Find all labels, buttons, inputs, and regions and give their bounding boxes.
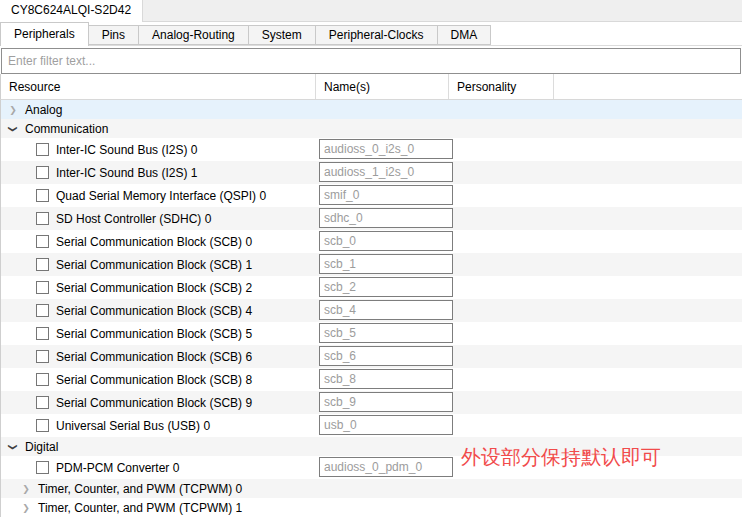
tree-leaf-row[interactable]: Serial Communication Block (SCB) 0: [1, 230, 742, 253]
tree-leaf-row[interactable]: Serial Communication Block (SCB) 4: [1, 299, 742, 322]
resource-name-input[interactable]: [319, 415, 453, 435]
tab-peripheral-clocks[interactable]: Peripheral-Clocks: [315, 25, 438, 45]
resource-name-input[interactable]: [319, 254, 453, 274]
tree-leaf-row[interactable]: Inter-IC Sound Bus (I2S) 1: [1, 161, 742, 184]
tab-dma[interactable]: DMA: [437, 25, 492, 45]
resource-checkbox[interactable]: [36, 281, 49, 294]
tab-system[interactable]: System: [248, 25, 316, 45]
resource-label: Inter-IC Sound Bus (I2S) 0: [56, 143, 197, 157]
resource-checkbox[interactable]: [36, 212, 49, 225]
resource-name-input[interactable]: [319, 323, 453, 343]
resource-checkbox[interactable]: [36, 189, 49, 202]
resource-name-input[interactable]: [319, 346, 453, 366]
document-tab[interactable]: CY8C624ALQI-S2D42: [0, 0, 143, 22]
tab-pins[interactable]: Pins: [88, 25, 139, 45]
resource-group-label: Digital: [25, 440, 58, 454]
resource-name-input[interactable]: [319, 300, 453, 320]
tree-leaf-row[interactable]: Serial Communication Block (SCB) 8: [1, 368, 742, 391]
chevron-collapsed-icon[interactable]: ❯: [7, 105, 19, 115]
resource-label: Serial Communication Block (SCB) 1: [56, 258, 252, 272]
resource-checkbox[interactable]: [36, 461, 49, 474]
column-header-names[interactable]: Name(s): [316, 74, 449, 99]
chevron-expanded-icon[interactable]: ❯: [8, 123, 18, 135]
resource-checkbox[interactable]: [36, 235, 49, 248]
resource-group-label: Timer, Counter, and PWM (TCPWM) 1: [38, 501, 242, 515]
resource-name-input[interactable]: [319, 185, 453, 205]
resource-label: Serial Communication Block (SCB) 9: [56, 396, 252, 410]
column-header-filler: [554, 74, 742, 99]
tree-leaf-row[interactable]: SD Host Controller (SDHC) 0: [1, 207, 742, 230]
view-tabs: PeripheralsPinsAnalog-RoutingSystemPerip…: [0, 22, 742, 46]
resource-label: Serial Communication Block (SCB) 5: [56, 327, 252, 341]
chevron-expanded-icon[interactable]: ❯: [8, 441, 18, 453]
resource-label: PDM-PCM Converter 0: [56, 461, 179, 475]
resource-label: Serial Communication Block (SCB) 6: [56, 350, 252, 364]
resource-checkbox[interactable]: [36, 373, 49, 386]
tree-leaf-row[interactable]: Serial Communication Block (SCB) 5: [1, 322, 742, 345]
tree-leaf-row[interactable]: Serial Communication Block (SCB) 2: [1, 276, 742, 299]
resource-label: Serial Communication Block (SCB) 4: [56, 304, 252, 318]
document-tab-bar: CY8C624ALQI-S2D42: [0, 0, 742, 22]
resource-group-label: Analog: [25, 103, 62, 117]
resource-checkbox[interactable]: [36, 258, 49, 271]
resource-label: Serial Communication Block (SCB) 8: [56, 373, 252, 387]
resource-name-input[interactable]: [319, 392, 453, 412]
resource-name-input[interactable]: [319, 369, 453, 389]
chevron-collapsed-icon[interactable]: ❯: [20, 503, 32, 513]
resource-name-input[interactable]: [319, 231, 453, 251]
tree-leaf-row[interactable]: Serial Communication Block (SCB) 1: [1, 253, 742, 276]
filter-input[interactable]: [1, 48, 741, 74]
filter-bar: [0, 46, 742, 74]
resource-checkbox[interactable]: [36, 350, 49, 363]
tab-analog-routing[interactable]: Analog-Routing: [138, 25, 249, 45]
resource-name-input[interactable]: [319, 139, 453, 159]
resource-label: Quad Serial Memory Interface (QSPI) 0: [56, 189, 266, 203]
resource-group-label: Communication: [25, 122, 108, 136]
resource-checkbox[interactable]: [36, 419, 49, 432]
resource-checkbox[interactable]: [36, 327, 49, 340]
resource-checkbox[interactable]: [36, 166, 49, 179]
tree-leaf-row[interactable]: Universal Serial Bus (USB) 0: [1, 414, 742, 437]
tree-group-row[interactable]: ❯Timer, Counter, and PWM (TCPWM) 1: [1, 498, 742, 517]
resource-checkbox[interactable]: [36, 143, 49, 156]
resource-label: Serial Communication Block (SCB) 0: [56, 235, 252, 249]
tree-group-row[interactable]: ❯Communication: [1, 119, 742, 138]
column-header-personality[interactable]: Personality: [449, 74, 554, 99]
resource-label: SD Host Controller (SDHC) 0: [56, 212, 211, 226]
chevron-collapsed-icon[interactable]: ❯: [20, 484, 32, 494]
table-header: Resource Name(s) Personality: [0, 74, 742, 100]
resource-name-input[interactable]: [319, 162, 453, 182]
resource-label: Serial Communication Block (SCB) 2: [56, 281, 252, 295]
column-header-resource[interactable]: Resource: [1, 74, 316, 99]
annotation-text: 外设部分保持默认即可: [461, 445, 661, 469]
resource-name-input[interactable]: [319, 208, 453, 228]
tree-leaf-row[interactable]: Serial Communication Block (SCB) 6: [1, 345, 742, 368]
tree-leaf-row[interactable]: Inter-IC Sound Bus (I2S) 0: [1, 138, 742, 161]
resource-label: Universal Serial Bus (USB) 0: [56, 419, 210, 433]
tree-leaf-row[interactable]: Serial Communication Block (SCB) 9: [1, 391, 742, 414]
resource-checkbox[interactable]: [36, 396, 49, 409]
resource-label: Inter-IC Sound Bus (I2S) 1: [56, 166, 197, 180]
resource-checkbox[interactable]: [36, 304, 49, 317]
resource-name-input[interactable]: [319, 457, 453, 477]
tree-leaf-row[interactable]: Quad Serial Memory Interface (QSPI) 0: [1, 184, 742, 207]
tree-group-row[interactable]: ❯Analog: [1, 100, 742, 119]
resource-name-input[interactable]: [319, 277, 453, 297]
tree-group-row[interactable]: ❯Timer, Counter, and PWM (TCPWM) 0: [1, 479, 742, 498]
tab-peripherals[interactable]: Peripherals: [0, 22, 89, 46]
resource-group-label: Timer, Counter, and PWM (TCPWM) 0: [38, 482, 242, 496]
